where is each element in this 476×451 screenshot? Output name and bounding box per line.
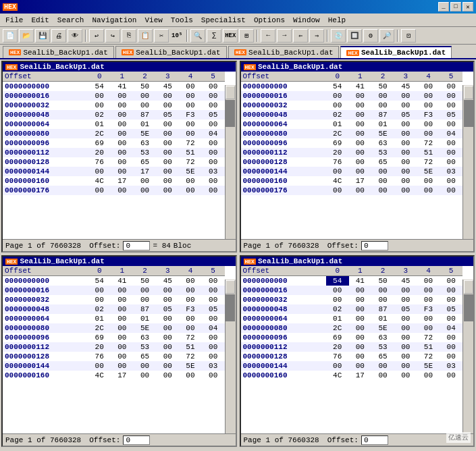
settings-button[interactable]: ⚙ <box>363 29 378 43</box>
offset-cell[interactable]: 0000000176 <box>241 186 326 195</box>
data-cell[interactable]: 17 <box>111 176 134 186</box>
data-cell[interactable]: 04 <box>440 129 462 138</box>
data-cell[interactable]: 00 <box>202 371 225 380</box>
data-cell[interactable]: 00 <box>440 314 462 323</box>
offset-cell[interactable]: 0000000016 <box>241 91 326 101</box>
nav-left[interactable]: ← <box>261 29 275 43</box>
data-cell[interactable]: 45 <box>156 276 179 286</box>
menu-options[interactable]: Options <box>250 16 289 25</box>
data-cell[interactable]: 50 <box>371 276 394 286</box>
data-cell[interactable]: 03 <box>440 167 462 176</box>
data-cell[interactable]: 45 <box>394 276 417 286</box>
data-cell[interactable]: 05 <box>394 304 417 314</box>
offset-cell[interactable]: 0000000080 <box>3 129 88 138</box>
data-cell[interactable]: 00 <box>371 91 394 101</box>
data-cell[interactable]: 41 <box>349 276 372 286</box>
data-cell[interactable]: 00 <box>111 157 134 167</box>
data-cell[interactable]: 00 <box>134 176 157 186</box>
data-cell[interactable]: 00 <box>111 148 134 157</box>
data-cell[interactable]: 00 <box>417 91 440 101</box>
data-cell[interactable]: 00 <box>394 333 417 342</box>
data-cell[interactable]: 72 <box>179 333 202 342</box>
data-cell[interactable]: 00 <box>202 342 225 352</box>
data-cell[interactable]: 00 <box>349 138 372 148</box>
offset-cell[interactable]: 0000000160 <box>241 371 326 380</box>
data-cell[interactable]: 01 <box>134 314 157 323</box>
data-cell[interactable]: 00 <box>440 138 462 148</box>
offset-cell[interactable]: 0000000064 <box>241 120 326 129</box>
data-cell[interactable]: 03 <box>202 361 225 371</box>
data-cell[interactable]: 00 <box>179 323 202 333</box>
data-cell[interactable]: 00 <box>440 371 462 380</box>
data-cell[interactable]: 00 <box>349 167 372 176</box>
data-cell[interactable]: 00 <box>417 176 440 186</box>
decode-button[interactable]: ⊞ <box>239 29 254 43</box>
scrollbar-bottom-right[interactable] <box>462 280 473 433</box>
data-cell[interactable]: 00 <box>440 286 462 295</box>
data-cell[interactable]: 00 <box>156 333 179 342</box>
offset-cell[interactable]: 0000000176 <box>3 186 88 195</box>
data-cell[interactable]: 00 <box>156 361 179 371</box>
data-cell[interactable]: 04 <box>202 323 225 333</box>
data-cell[interactable]: 00 <box>349 120 372 129</box>
data-cell[interactable]: 00 <box>111 129 134 138</box>
data-cell[interactable]: 4C <box>326 176 349 186</box>
data-cell[interactable]: 00 <box>88 286 111 295</box>
data-cell[interactable]: 00 <box>371 176 394 186</box>
data-cell[interactable]: 00 <box>394 157 417 167</box>
data-cell[interactable]: 05 <box>440 304 462 314</box>
data-cell[interactable]: 00 <box>111 120 134 129</box>
data-cell[interactable]: 00 <box>202 286 225 295</box>
data-cell[interactable]: 00 <box>179 91 202 101</box>
data-cell[interactable]: 72 <box>179 157 202 167</box>
data-cell[interactable]: 72 <box>179 352 202 361</box>
data-cell[interactable]: 00 <box>111 186 134 195</box>
nav-right[interactable]: → <box>277 29 292 43</box>
data-cell[interactable]: 72 <box>417 138 440 148</box>
calc-button[interactable]: ∑ <box>207 29 221 43</box>
data-cell[interactable]: 00 <box>394 91 417 101</box>
data-cell[interactable]: 00 <box>371 167 394 176</box>
offset-cell[interactable]: 0000000112 <box>3 342 88 352</box>
menu-tools[interactable]: Tools <box>167 16 197 25</box>
offset-cell[interactable]: 0000000048 <box>3 304 88 314</box>
offset-cell[interactable]: 0000000064 <box>241 314 326 323</box>
data-cell[interactable]: 00 <box>88 167 111 176</box>
data-cell[interactable]: 00 <box>440 352 462 361</box>
data-cell[interactable]: 00 <box>111 295 134 304</box>
menu-edit[interactable]: Edit <box>27 16 53 25</box>
panel-top-right-content[interactable]: Offset 0 1 2 3 4 5 000000000054415045000… <box>241 72 474 239</box>
data-cell[interactable]: 5E <box>371 129 394 138</box>
data-cell[interactable]: 00 <box>394 176 417 186</box>
data-cell[interactable]: 00 <box>394 323 417 333</box>
data-cell[interactable]: 00 <box>371 361 394 371</box>
data-cell[interactable]: 00 <box>326 167 349 176</box>
offset-cell[interactable]: 0000000160 <box>241 176 326 186</box>
save-button[interactable]: 💾 <box>35 29 50 43</box>
offset-cell[interactable]: 0000000096 <box>3 138 88 148</box>
data-cell[interactable]: 03 <box>202 167 225 176</box>
data-cell[interactable]: 20 <box>326 342 349 352</box>
data-cell[interactable]: 00 <box>349 110 372 120</box>
data-cell[interactable]: 4C <box>326 371 349 380</box>
scrollbar-bottom-left[interactable] <box>225 280 236 433</box>
data-cell[interactable]: 00 <box>349 333 372 342</box>
data-cell[interactable]: 76 <box>326 157 349 167</box>
data-cell[interactable]: 00 <box>111 101 134 110</box>
data-cell[interactable]: 00 <box>349 361 372 371</box>
data-cell[interactable]: 00 <box>417 371 440 380</box>
data-cell[interactable]: 00 <box>156 352 179 361</box>
data-cell[interactable]: 5E <box>417 361 440 371</box>
data-cell[interactable]: 00 <box>349 323 372 333</box>
data-cell[interactable]: 00 <box>440 333 462 342</box>
data-cell[interactable]: 00 <box>134 186 157 195</box>
data-cell[interactable]: 63 <box>134 333 157 342</box>
data-cell[interactable]: 00 <box>202 295 225 304</box>
data-cell[interactable]: 72 <box>179 138 202 148</box>
data-cell[interactable]: 51 <box>179 148 202 157</box>
data-cell[interactable]: 00 <box>440 148 462 157</box>
offset-cell[interactable]: 0000000096 <box>241 138 326 148</box>
data-cell[interactable]: 00 <box>202 176 225 186</box>
data-cell[interactable]: 53 <box>371 148 394 157</box>
data-cell[interactable]: 00 <box>440 186 462 195</box>
